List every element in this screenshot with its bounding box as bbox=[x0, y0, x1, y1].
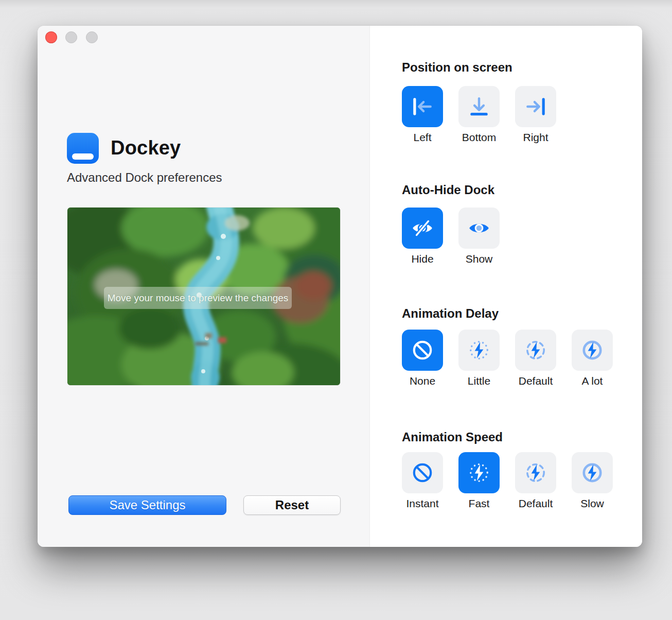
delay-none-tile[interactable] bbox=[402, 330, 443, 371]
speed-fast-tile[interactable] bbox=[458, 452, 500, 493]
speed-slow-tile[interactable] bbox=[572, 452, 613, 493]
option-position-bottom: Bottom bbox=[451, 86, 507, 144]
dock-left-icon bbox=[411, 95, 434, 118]
desktop-background: Dockey Advanced Dock preferences bbox=[0, 0, 672, 620]
speed-default-tile[interactable] bbox=[515, 452, 556, 493]
hide-tile[interactable] bbox=[402, 208, 443, 249]
close-button[interactable] bbox=[45, 31, 57, 43]
dock-bottom-icon bbox=[467, 95, 491, 118]
eye-slash-icon bbox=[411, 216, 434, 240]
delay-default-tile[interactable] bbox=[515, 330, 556, 371]
option-delay-little: Little bbox=[451, 330, 507, 387]
reset-button[interactable]: Reset bbox=[243, 495, 341, 515]
option-label: Left bbox=[413, 131, 431, 144]
save-settings-button[interactable]: Save Settings bbox=[68, 495, 226, 515]
app-subtitle: Advanced Dock preferences bbox=[67, 170, 222, 185]
bolt-dashed-circle-icon bbox=[524, 338, 547, 362]
option-label: Default bbox=[519, 497, 553, 510]
prohibited-icon bbox=[411, 461, 434, 485]
section-title-position-on-screen: Position on screen bbox=[402, 60, 512, 75]
option-label: Instant bbox=[406, 497, 438, 510]
dockey-app-icon bbox=[67, 133, 99, 164]
eye-icon bbox=[467, 216, 491, 240]
save-settings-label: Save Settings bbox=[109, 498, 185, 512]
zoom-button[interactable] bbox=[86, 31, 98, 43]
dock-preview-area[interactable]: Move your mouse to preview the changes bbox=[67, 208, 340, 385]
delay-little-tile[interactable] bbox=[458, 330, 500, 371]
section-title-animation-speed: Animation Speed bbox=[402, 430, 503, 444]
option-delay-none: None bbox=[394, 330, 451, 387]
option-label: Show bbox=[466, 253, 493, 265]
show-tile[interactable] bbox=[458, 208, 500, 249]
option-label: Default bbox=[519, 375, 553, 387]
bolt-solid-circle-icon bbox=[580, 338, 604, 362]
option-label: Fast bbox=[469, 497, 490, 510]
bolt-dotted-circle-icon bbox=[467, 461, 491, 485]
dockey-window: Dockey Advanced Dock preferences bbox=[38, 26, 642, 547]
position-left-tile[interactable] bbox=[402, 86, 443, 127]
option-position-right: Right bbox=[507, 86, 564, 144]
option-label: A lot bbox=[582, 375, 603, 387]
option-speed-fast: Fast bbox=[451, 452, 507, 510]
section-title-auto-hide-dock: Auto-Hide Dock bbox=[402, 183, 494, 197]
left-pane: Dockey Advanced Dock preferences bbox=[38, 26, 369, 547]
settings-pane: Position on screen Left Bottom Right bbox=[369, 26, 642, 547]
option-speed-instant: Instant bbox=[394, 452, 451, 510]
option-label: Little bbox=[468, 375, 490, 387]
option-label: Slow bbox=[580, 497, 604, 510]
option-speed-slow: Slow bbox=[564, 452, 621, 510]
option-position-left: Left bbox=[394, 86, 451, 144]
minimize-button[interactable] bbox=[65, 31, 77, 43]
position-bottom-tile[interactable] bbox=[458, 86, 500, 127]
option-delay-a-lot: A lot bbox=[564, 330, 621, 387]
option-label: Bottom bbox=[462, 131, 497, 144]
delay-a-lot-tile[interactable] bbox=[572, 330, 613, 371]
speed-instant-tile[interactable] bbox=[402, 452, 443, 493]
bolt-dashed-circle-icon bbox=[524, 461, 547, 485]
option-hide: Hide bbox=[394, 208, 451, 265]
section-title-animation-delay: Animation Delay bbox=[402, 306, 499, 321]
option-label: Hide bbox=[411, 253, 433, 265]
option-label: Right bbox=[523, 131, 548, 144]
option-label: None bbox=[410, 375, 435, 387]
app-title: Dockey bbox=[111, 137, 181, 159]
option-show: Show bbox=[451, 208, 507, 265]
dock-right-icon bbox=[524, 95, 547, 118]
dock-dash-glyph bbox=[72, 153, 94, 160]
position-right-tile[interactable] bbox=[515, 86, 556, 127]
bolt-solid-circle-icon bbox=[580, 461, 604, 485]
preview-hint-text: Move your mouse to preview the changes bbox=[108, 292, 289, 304]
preview-hint-banner: Move your mouse to preview the changes bbox=[104, 287, 292, 309]
bolt-dotted-circle-icon bbox=[467, 338, 491, 362]
reset-label: Reset bbox=[275, 498, 309, 512]
option-delay-default: Default bbox=[507, 330, 564, 387]
option-speed-default: Default bbox=[507, 452, 564, 510]
prohibited-icon bbox=[411, 338, 434, 362]
